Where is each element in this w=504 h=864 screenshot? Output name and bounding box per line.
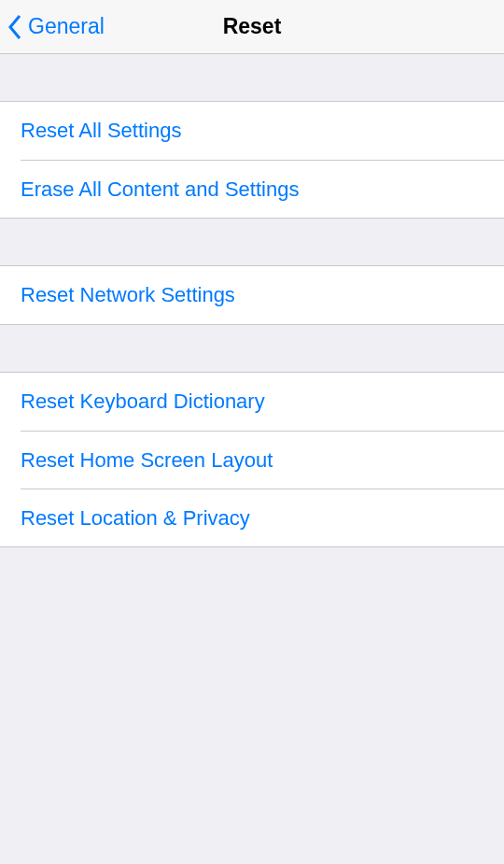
group-3: Reset Keyboard Dictionary Reset Home Scr…	[0, 372, 504, 547]
row-label: Reset Network Settings	[21, 283, 235, 307]
reset-location-and-privacy[interactable]: Reset Location & Privacy	[21, 489, 504, 546]
chevron-left-icon	[7, 14, 22, 40]
spacer	[0, 54, 504, 101]
spacer	[0, 325, 504, 372]
spacer	[0, 219, 504, 265]
group-2: Reset Network Settings	[0, 265, 504, 325]
erase-all-content-and-settings[interactable]: Erase All Content and Settings	[21, 160, 504, 218]
reset-network-settings[interactable]: Reset Network Settings	[0, 266, 504, 324]
row-label: Reset Keyboard Dictionary	[21, 390, 265, 414]
nav-bar: General Reset	[0, 0, 504, 54]
group-1: Reset All Settings Erase All Content and…	[0, 101, 504, 219]
row-label: Reset Location & Privacy	[21, 506, 250, 531]
back-button[interactable]: General	[0, 0, 105, 53]
row-label: Reset All Settings	[21, 119, 181, 143]
reset-all-settings[interactable]: Reset All Settings	[0, 102, 504, 160]
reset-keyboard-dictionary[interactable]: Reset Keyboard Dictionary	[0, 373, 504, 431]
row-label: Erase All Content and Settings	[21, 177, 299, 202]
row-label: Reset Home Screen Layout	[21, 448, 273, 473]
reset-home-screen-layout[interactable]: Reset Home Screen Layout	[21, 431, 504, 489]
back-label: General	[28, 14, 105, 39]
